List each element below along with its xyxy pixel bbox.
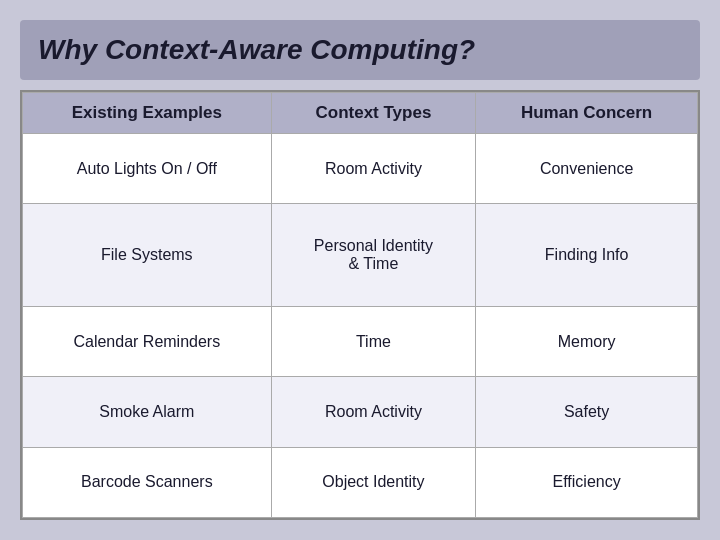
table-header-row: Existing Examples Context Types Human Co… [23, 93, 698, 134]
table-cell-r1-c1: Personal Identity& Time [271, 204, 476, 307]
table-cell-r3-c2: Safety [476, 377, 698, 447]
table-cell-r2-c0: Calendar Reminders [23, 307, 272, 377]
table-row: Smoke AlarmRoom ActivitySafety [23, 377, 698, 447]
slide-container: Why Context-Aware Computing? Existing Ex… [10, 10, 710, 530]
table-cell-r0-c0: Auto Lights On / Off [23, 134, 272, 204]
table-cell-r4-c0: Barcode Scanners [23, 447, 272, 517]
col-header-existing: Existing Examples [23, 93, 272, 134]
table-cell-r4-c2: Efficiency [476, 447, 698, 517]
table-row: Barcode ScannersObject IdentityEfficienc… [23, 447, 698, 517]
table-wrapper: Existing Examples Context Types Human Co… [20, 90, 700, 520]
table-cell-r0-c2: Convenience [476, 134, 698, 204]
table-cell-r0-c1: Room Activity [271, 134, 476, 204]
col-header-context: Context Types [271, 93, 476, 134]
table-cell-r4-c1: Object Identity [271, 447, 476, 517]
table-cell-r1-c0: File Systems [23, 204, 272, 307]
table-cell-r1-c2: Finding Info [476, 204, 698, 307]
table-row: Calendar RemindersTimeMemory [23, 307, 698, 377]
table-row: Auto Lights On / OffRoom ActivityConveni… [23, 134, 698, 204]
context-table: Existing Examples Context Types Human Co… [22, 92, 698, 518]
table-cell-r2-c1: Time [271, 307, 476, 377]
col-header-human: Human Concern [476, 93, 698, 134]
slide-title: Why Context-Aware Computing? [38, 34, 682, 66]
table-cell-r3-c1: Room Activity [271, 377, 476, 447]
table-cell-r3-c0: Smoke Alarm [23, 377, 272, 447]
table-cell-r2-c2: Memory [476, 307, 698, 377]
table-row: File SystemsPersonal Identity& TimeFindi… [23, 204, 698, 307]
title-bar: Why Context-Aware Computing? [20, 20, 700, 80]
